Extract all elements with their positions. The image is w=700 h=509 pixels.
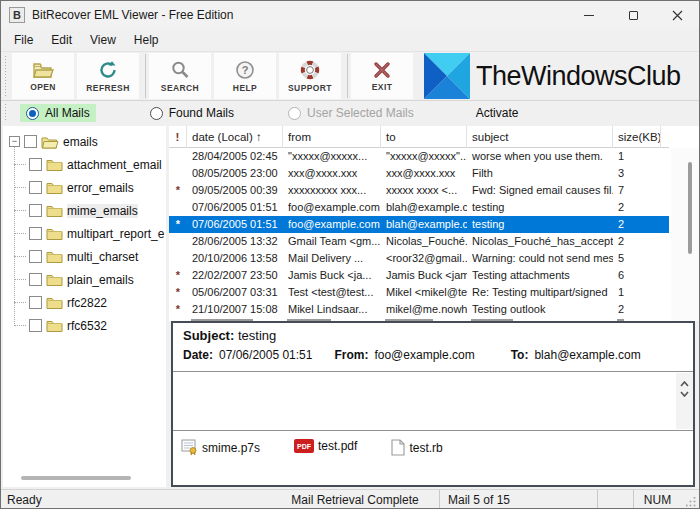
- preview-scrollbar[interactable]: [676, 373, 693, 429]
- row-subject: Filth: [467, 165, 613, 182]
- pdf-file-icon: PDF: [294, 439, 314, 453]
- tree-item-checkbox[interactable]: [29, 250, 42, 263]
- tree-item[interactable]: plain_emails: [3, 268, 166, 291]
- tree-item[interactable]: multipart_report_e: [3, 222, 166, 245]
- radio-all-mails-label: All Mails: [45, 106, 90, 120]
- column-date-label: date (Local): [192, 131, 253, 143]
- minimize-icon: [584, 15, 594, 16]
- tree-item-checkbox[interactable]: [29, 273, 42, 286]
- toolbar-gripper[interactable]: [5, 56, 8, 96]
- tree-item-checkbox[interactable]: [29, 319, 42, 332]
- row-subject: Re: Testing multipart/signed: [467, 284, 613, 301]
- menu-help[interactable]: Help: [125, 30, 168, 50]
- row-date: 07/06/2005 01:51: [187, 216, 283, 233]
- column-size[interactable]: size(KB): [613, 126, 661, 148]
- attachment-name: test.pdf: [318, 439, 357, 453]
- table-scrollbar-thumb[interactable]: [688, 162, 692, 254]
- folder-open-icon: [41, 135, 59, 149]
- row-from: foo@example.com: [283, 216, 381, 233]
- table-row[interactable]: 28/04/2005 02:45 "xxxxx@xxxxx... "xxxxx@…: [169, 148, 669, 165]
- table-row[interactable]: 08/05/2005 23:00 xxx@xxxx.xxx xxx@xxxx.x…: [169, 165, 669, 182]
- tree-root-emails[interactable]: − emails: [3, 130, 166, 153]
- activate-link[interactable]: Activate: [476, 106, 519, 120]
- tree-item[interactable]: multi_charset: [3, 245, 166, 268]
- menu-file[interactable]: File: [5, 30, 42, 50]
- attachment-rb[interactable]: test.rb: [391, 439, 442, 456]
- preview-subject-line: Subject: testing: [183, 328, 683, 343]
- tree-item-label: mime_emails: [67, 204, 138, 218]
- tree-item-label: error_emails: [67, 181, 134, 195]
- row-to: Nicolas_Fouché...: [381, 233, 467, 250]
- tree-item-checkbox[interactable]: [29, 296, 42, 309]
- resize-grip-icon[interactable]: [681, 490, 699, 509]
- scroll-up-icon[interactable]: [680, 381, 689, 387]
- radio-all-mails[interactable]: All Mails: [20, 104, 96, 122]
- tree-item-checkbox[interactable]: [29, 227, 42, 240]
- status-mail-count: Mail 5 of 15: [439, 490, 597, 509]
- row-flag: [169, 148, 187, 165]
- attachment-smime[interactable]: smime.p7s: [181, 439, 260, 456]
- scroll-down-icon[interactable]: [680, 391, 689, 397]
- tree-item[interactable]: mime_emails: [3, 199, 166, 222]
- row-size: 7: [613, 182, 661, 199]
- preview-body: [173, 372, 693, 430]
- row-from: Test <test@test...: [283, 284, 381, 301]
- tree-root-label: emails: [63, 135, 98, 149]
- table-row[interactable]: 20/10/2006 13:58 Mail Delivery ... <roor…: [169, 250, 669, 267]
- attachment-name: test.rb: [409, 441, 442, 455]
- tree-item-checkbox[interactable]: [24, 135, 37, 148]
- help-button[interactable]: ? HELP: [214, 53, 276, 99]
- row-subject: Testing attachments: [467, 267, 613, 284]
- maximize-button[interactable]: [611, 1, 655, 29]
- row-date: 08/05/2005 23:00: [187, 165, 283, 182]
- table-scrollbar-track[interactable]: [671, 148, 699, 321]
- tree-item[interactable]: rfc2822: [3, 291, 166, 314]
- plain-file-icon: [391, 439, 405, 456]
- table-row[interactable]: * 07/06/2005 01:51 foo@example.com blah@…: [169, 216, 669, 233]
- column-flag[interactable]: !: [169, 126, 187, 148]
- close-button[interactable]: [655, 1, 699, 29]
- open-button[interactable]: OPEN: [12, 53, 74, 99]
- tree-item-label: rfc6532: [67, 319, 107, 333]
- search-button[interactable]: SEARCH: [149, 53, 211, 99]
- logo-text: TheWindowsClub: [476, 61, 681, 92]
- radio-user-selected-label: User Selected Mails: [307, 106, 414, 120]
- column-date[interactable]: date (Local) ↑: [187, 126, 283, 148]
- attachment-pdf[interactable]: PDF test.pdf: [294, 439, 357, 453]
- status-ready: Ready: [1, 493, 271, 507]
- tree-item-checkbox[interactable]: [29, 204, 42, 217]
- toolbar-separator: [145, 54, 146, 98]
- row-size: 2: [613, 301, 661, 318]
- folder-tree: − emails attachment_email: [3, 126, 166, 487]
- menu-edit[interactable]: Edit: [42, 30, 81, 50]
- column-to[interactable]: to: [381, 126, 467, 148]
- column-subject[interactable]: subject: [467, 126, 613, 148]
- table-row[interactable]: * 05/06/2007 03:31 Test <test@test... Mi…: [169, 284, 669, 301]
- table-row[interactable]: 28/06/2005 13:32 Gmail Team <gm... Nicol…: [169, 233, 669, 250]
- exit-button[interactable]: EXIT: [351, 53, 413, 99]
- row-subject: Nicolas_Fouché_has_accepte...: [467, 233, 613, 250]
- table-row[interactable]: 07/06/2005 01:51 foo@example.com blah@ex…: [169, 199, 669, 216]
- row-to: mikel@me.nowhere: [381, 301, 467, 318]
- tree-item[interactable]: error_emails: [3, 176, 166, 199]
- tree-item-checkbox[interactable]: [29, 181, 42, 194]
- column-from[interactable]: from: [283, 126, 381, 148]
- table-row[interactable]: * 22/02/2007 23:50 Jamis Buck <ja... Jam…: [169, 267, 669, 284]
- tree-item[interactable]: rfc6532: [3, 314, 166, 337]
- to-label: To:: [511, 348, 529, 362]
- refresh-button[interactable]: REFRESH: [77, 53, 139, 99]
- menu-view[interactable]: View: [81, 30, 125, 50]
- tree-item[interactable]: attachment_email: [3, 153, 166, 176]
- expand-toggle[interactable]: −: [9, 136, 20, 147]
- filter-bar-gripper[interactable]: [5, 104, 8, 122]
- date-label: Date:: [183, 348, 213, 362]
- open-button-label: OPEN: [30, 82, 56, 92]
- preview-header: Subject: testing Date: 07/06/2005 01:51 …: [173, 323, 693, 371]
- tree-item-checkbox[interactable]: [29, 158, 42, 171]
- tree-horizontal-scrollbar[interactable]: [21, 476, 131, 480]
- minimize-button[interactable]: [567, 1, 611, 29]
- radio-found-mails[interactable]: Found Mails: [144, 104, 240, 122]
- support-button[interactable]: SUPPORT: [279, 53, 341, 99]
- table-row[interactable]: * 09/05/2005 00:39 xxxxxxxxx xxx... xxxx…: [169, 182, 669, 199]
- table-row[interactable]: * 21/10/2007 15:08 Mikel Lindsaar... mik…: [169, 301, 669, 318]
